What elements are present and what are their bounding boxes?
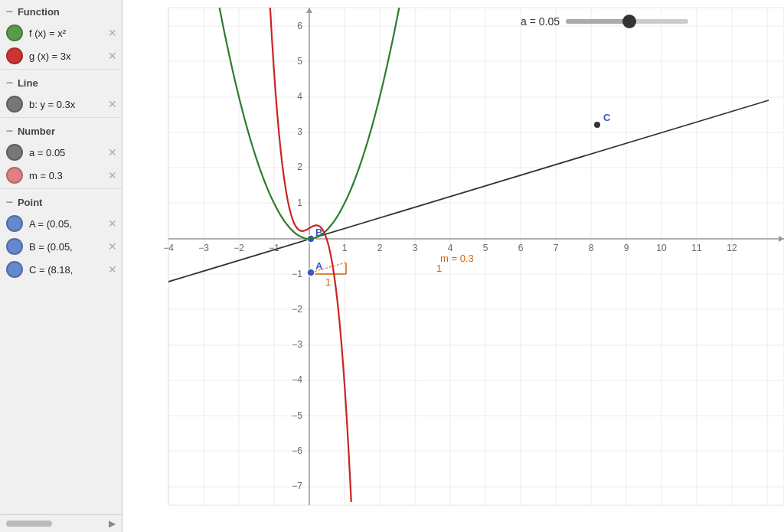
a-value: a = 0.05 <box>29 147 116 158</box>
section-number: – Number <box>0 119 122 141</box>
point-label: Point <box>18 197 43 208</box>
sidebar-scrollbar-thumb[interactable] <box>6 521 52 527</box>
slope-label: m = 0.3 <box>440 253 474 264</box>
point-collapse[interactable]: – <box>6 195 13 209</box>
section-point: – Point <box>0 191 122 212</box>
svg-text:−5: −5 <box>292 410 302 421</box>
slider-fill <box>566 19 629 24</box>
svg-text:10: 10 <box>656 243 667 253</box>
number-label: Number <box>18 126 55 137</box>
section-line: – Line <box>0 71 122 93</box>
svg-text:−4: −4 <box>163 243 174 253</box>
line-label: Line <box>18 77 38 89</box>
m-value: m = 0.3 <box>29 170 116 181</box>
C-coords: C = (8.18, <box>29 264 116 276</box>
sidebar-item-g: g (x) = 3x ✕ <box>0 44 122 67</box>
B-coords: B = (0.05, <box>29 241 116 253</box>
g-formula: g (x) = 3x <box>29 51 116 62</box>
slider-thumb[interactable] <box>622 15 636 28</box>
svg-text:3: 3 <box>297 126 302 137</box>
sidebar-item-C: C = (8.18, ✕ <box>0 258 122 281</box>
run-label: 1 <box>325 276 331 288</box>
number-collapse[interactable]: – <box>6 124 13 138</box>
svg-text:6: 6 <box>297 21 302 31</box>
A-color-icon[interactable] <box>6 215 23 232</box>
m-color-icon[interactable] <box>6 167 23 184</box>
point-C-dot[interactable] <box>594 122 600 128</box>
svg-text:4: 4 <box>448 243 453 253</box>
svg-text:−4: −4 <box>292 374 302 385</box>
f-formula: f (x) = x² <box>29 28 116 39</box>
g-close-icon[interactable]: ✕ <box>108 50 117 62</box>
svg-text:1: 1 <box>297 197 302 208</box>
svg-text:−3: −3 <box>292 339 302 350</box>
svg-text:−3: −3 <box>198 243 209 253</box>
point-C-label: C <box>603 112 611 123</box>
sidebar-item-f: f (x) = x² ✕ <box>0 21 122 44</box>
graph-svg: −1 −2 −3 −4 1 2 3 4 5 6 7 8 9 10 11 12 1… <box>122 0 784 532</box>
slider-label: a = 0.05 <box>521 15 560 28</box>
function-label: Function <box>18 6 60 18</box>
B-color-icon[interactable] <box>6 238 23 255</box>
svg-text:9: 9 <box>624 243 629 253</box>
sidebar-item-a: a = 0.05 ✕ <box>0 141 122 164</box>
line-collapse[interactable]: – <box>6 76 13 90</box>
function-collapse[interactable]: – <box>6 5 13 18</box>
svg-text:6: 6 <box>518 243 524 253</box>
b-color-icon[interactable] <box>6 96 23 113</box>
section-function: – Function <box>0 0 122 21</box>
slider-container: a = 0.05 <box>521 15 688 28</box>
m-close-icon[interactable]: ✕ <box>108 169 117 181</box>
svg-text:4: 4 <box>297 91 302 102</box>
sidebar-scrollbar-area: ▶ <box>0 514 122 532</box>
svg-text:2: 2 <box>377 243 383 253</box>
sidebar-item-m: m = 0.3 ✕ <box>0 164 122 187</box>
svg-text:5: 5 <box>483 243 488 253</box>
a-close-icon[interactable]: ✕ <box>108 146 117 158</box>
B-close-icon[interactable]: ✕ <box>108 240 117 253</box>
svg-text:−1: −1 <box>292 269 302 279</box>
slider-track[interactable] <box>566 19 688 24</box>
svg-text:3: 3 <box>413 243 418 253</box>
svg-text:2: 2 <box>297 162 302 172</box>
svg-text:−2: −2 <box>234 243 244 253</box>
svg-text:8: 8 <box>589 243 594 253</box>
svg-text:7: 7 <box>554 243 559 253</box>
svg-text:5: 5 <box>297 56 302 67</box>
sidebar-item-B: B = (0.05, ✕ <box>0 235 122 258</box>
A-close-icon[interactable]: ✕ <box>108 217 117 230</box>
a-color-icon[interactable] <box>6 144 23 161</box>
sidebar-expand-arrow[interactable]: ▶ <box>109 518 116 529</box>
A-coords: A = (0.05, <box>29 218 116 230</box>
sidebar-item-b: b: y = 0.3x ✕ <box>0 93 122 116</box>
b-close-icon[interactable]: ✕ <box>108 98 117 110</box>
C-color-icon[interactable] <box>6 261 23 278</box>
svg-text:12: 12 <box>727 243 737 253</box>
graph-canvas[interactable]: a = 0.05 <box>122 0 784 532</box>
svg-text:11: 11 <box>691 243 702 253</box>
rise-label: 1 <box>436 263 442 274</box>
b-formula: b: y = 0.3x <box>29 99 116 110</box>
g-color-icon[interactable] <box>6 47 23 64</box>
C-close-icon[interactable]: ✕ <box>108 263 117 276</box>
svg-text:−7: −7 <box>292 481 302 491</box>
svg-text:−6: −6 <box>292 446 302 456</box>
svg-rect-1 <box>168 8 784 505</box>
f-close-icon[interactable]: ✕ <box>108 27 117 39</box>
svg-text:1: 1 <box>342 243 348 253</box>
sidebar-item-A: A = (0.05, ✕ <box>0 212 122 235</box>
sidebar: – Function f (x) = x² ✕ g (x) = 3x ✕ – L… <box>0 0 122 532</box>
f-color-icon[interactable] <box>6 24 23 41</box>
svg-text:−2: −2 <box>292 304 302 315</box>
